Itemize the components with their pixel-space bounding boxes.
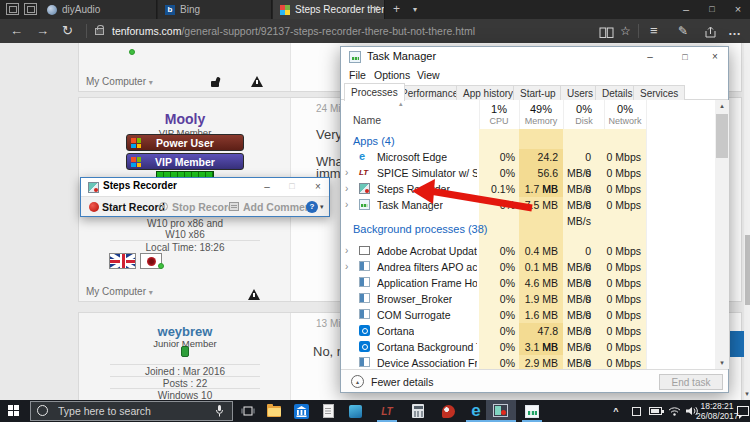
start-button[interactable] xyxy=(8,405,20,417)
cpu-total-percent[interactable]: 1% xyxy=(479,103,519,115)
memory-total-percent[interactable]: 49% xyxy=(521,103,561,115)
disk-total-percent[interactable]: 0% xyxy=(564,103,604,115)
tabs-set-aside-icon[interactable] xyxy=(24,3,37,15)
window-minimize-button[interactable]: – xyxy=(674,0,698,19)
browser-tab-diyaudio[interactable]: diyAudio xyxy=(40,0,157,19)
column-header-memory[interactable]: Memory xyxy=(521,116,561,126)
new-tab-button[interactable]: + xyxy=(393,0,400,19)
wifi-icon[interactable] xyxy=(666,400,683,422)
end-task-button[interactable]: End task xyxy=(659,374,723,390)
battery-icon[interactable] xyxy=(646,400,664,422)
window-minimize-button[interactable]: – xyxy=(256,178,278,195)
page-scrollbar[interactable]: ▾ xyxy=(744,43,750,400)
expand-chevron-icon[interactable]: › xyxy=(345,243,348,259)
url-field[interactable]: tenforums.com/general-support/92137-step… xyxy=(112,19,475,43)
process-row[interactable]: Application Frame Host 0% 4.6 MB 0 MB/s … xyxy=(341,275,715,291)
process-row[interactable]: COM Surrogate 0% 1.6 MB 0 MB/s 0 Mbps xyxy=(341,307,715,323)
group-header-apps[interactable]: Apps (4) xyxy=(353,132,395,150)
add-comment-button[interactable]: Add Comment xyxy=(243,197,315,217)
report-warning-icon[interactable] xyxy=(248,289,260,300)
process-row[interactable]: › Andrea filters APO access servic... 0%… xyxy=(341,259,715,275)
process-row[interactable]: › Adobe Acrobat Update Service 0% 0.4 MB… xyxy=(341,243,715,259)
fewer-details-button[interactable]: Fewer details xyxy=(371,376,433,388)
edge-taskbar-button[interactable]: e xyxy=(464,400,488,422)
start-record-button[interactable]: Start Record xyxy=(102,197,165,217)
tab-preview-chevron-icon[interactable]: ▾ xyxy=(413,0,417,19)
back-button[interactable]: ← xyxy=(10,19,23,43)
window-close-button[interactable]: × xyxy=(702,47,728,67)
list-scrollbar[interactable]: ▴ ▾ xyxy=(715,100,729,369)
search-input[interactable] xyxy=(30,401,233,421)
window-maximize-button[interactable]: □ xyxy=(700,0,724,19)
set-tabs-aside-icon[interactable] xyxy=(6,3,19,15)
blue-app-button[interactable] xyxy=(343,400,367,422)
tab-startup[interactable]: Start-up xyxy=(513,85,563,100)
process-row[interactable]: e Microsoft Edge 0% 24.2 MB 0 MB/s 0 Mbp… xyxy=(341,149,715,165)
browser-tab-active[interactable]: Steps Recorder there... t × xyxy=(273,0,385,19)
andrea-filters-button[interactable] xyxy=(436,400,460,422)
scroll-up-icon[interactable]: ▴ xyxy=(715,102,729,110)
author-link[interactable]: weybrew xyxy=(79,324,291,339)
clock[interactable]: 18:28:21 26/08/2017 xyxy=(696,401,738,421)
thumbs-up-icon[interactable] xyxy=(211,77,222,87)
column-header-cpu[interactable]: CPU xyxy=(479,116,519,126)
steps-recorder-taskbar-button[interactable] xyxy=(486,400,516,422)
file-explorer-button[interactable] xyxy=(262,400,286,422)
expand-chevron-icon[interactable]: › xyxy=(345,181,348,197)
window-close-button[interactable]: × xyxy=(307,178,329,195)
bank-app-button[interactable] xyxy=(289,400,313,422)
network-total-percent[interactable]: 0% xyxy=(605,103,645,115)
help-button[interactable]: ? xyxy=(306,201,318,213)
favorites-star-icon[interactable]: ☆ xyxy=(620,19,631,43)
calculator-button[interactable] xyxy=(406,400,430,422)
reading-view-icon[interactable] xyxy=(599,25,614,43)
page-info-icon[interactable] xyxy=(95,28,104,35)
tab-performance[interactable]: Performance xyxy=(394,85,465,100)
task-view-button[interactable] xyxy=(236,400,260,422)
more-actions-icon[interactable]: … xyxy=(728,19,741,43)
scroll-down-icon[interactable]: ▾ xyxy=(744,390,750,398)
window-close-button[interactable]: × xyxy=(726,0,750,19)
tab-processes[interactable]: Processes xyxy=(344,83,405,101)
ltspice-taskbar-button[interactable]: LT xyxy=(374,400,400,422)
author-link[interactable]: Mooly xyxy=(79,111,291,127)
process-row[interactable]: Cortana 0% 47.8 MB 0 MB/s 0 Mbps xyxy=(341,323,715,339)
hub-icon[interactable]: ≡ xyxy=(650,19,658,43)
expand-chevron-icon[interactable]: › xyxy=(345,165,348,181)
window-maximize-button[interactable]: □ xyxy=(281,178,303,195)
help-dropdown-icon[interactable]: ▾ xyxy=(320,197,324,217)
process-row[interactable]: Cortana Background Task Host 0% 3.1 MB 0… xyxy=(341,339,715,355)
tab-app-history[interactable]: App history xyxy=(456,85,520,100)
tray-expand-chevron[interactable]: ^ xyxy=(608,400,624,422)
menu-file[interactable]: File xyxy=(349,67,366,83)
action-center-button[interactable] xyxy=(736,400,750,422)
window-maximize-button[interactable]: □ xyxy=(672,47,698,67)
scroll-down-icon[interactable]: ▾ xyxy=(715,359,729,367)
group-header-background[interactable]: Background processes (38) xyxy=(353,220,488,238)
stop-record-button[interactable]: Stop Record xyxy=(172,197,234,217)
menu-view[interactable]: View xyxy=(417,67,440,83)
scrollbar-thumb[interactable] xyxy=(716,114,728,158)
process-row[interactable]: Browser_Broker 0% 1.9 MB 0 MB/s 0 Mbps xyxy=(341,291,715,307)
scrollbar-thumb[interactable] xyxy=(745,235,750,305)
menu-options[interactable]: Options xyxy=(374,67,410,83)
notepad-app-button[interactable] xyxy=(316,400,340,422)
column-header-disk[interactable]: Disk xyxy=(564,116,604,126)
task-manager-taskbar-button[interactable] xyxy=(520,400,544,422)
window-minimize-button[interactable]: – xyxy=(637,47,663,67)
my-computer-link[interactable]: My Computer ▾ xyxy=(86,76,153,87)
close-tab-icon[interactable]: × xyxy=(373,3,379,14)
column-header-name[interactable]: Name xyxy=(353,114,381,126)
refresh-button[interactable]: ↻ xyxy=(62,19,73,43)
tray-app-icon[interactable] xyxy=(628,400,644,422)
microphone-icon[interactable] xyxy=(215,404,224,422)
share-icon[interactable] xyxy=(704,25,717,43)
web-note-icon[interactable]: ✎ xyxy=(678,19,688,43)
expand-chevron-icon[interactable]: › xyxy=(345,197,348,213)
my-computer-link[interactable]: My Computer ▾ xyxy=(86,286,153,297)
tab-services[interactable]: Services xyxy=(633,85,685,100)
browser-tab-bing[interactable]: b Bing xyxy=(158,0,272,19)
report-warning-icon[interactable] xyxy=(251,76,263,87)
column-header-network[interactable]: Network xyxy=(605,116,645,126)
forward-button[interactable]: → xyxy=(36,19,49,43)
